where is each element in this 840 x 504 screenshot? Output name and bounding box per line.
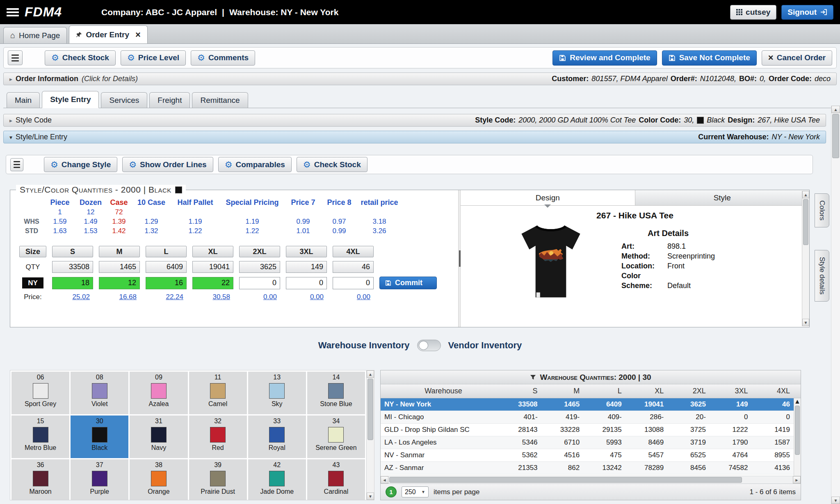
column-header-size[interactable]: M (548, 387, 591, 395)
tab-home-page[interactable]: ⌂ Home Page (3, 27, 67, 43)
column-header-warehouse[interactable]: Warehouse (381, 387, 506, 395)
comparables-button[interactable]: ⚙ Comparables (218, 157, 292, 172)
color-cell[interactable]: 32 Red (189, 415, 247, 458)
warehouse-row[interactable]: AZ - Sanmar 21353 862 13242 78289 8456 7… (381, 462, 801, 474)
color-cell[interactable]: 09 Azalea (130, 372, 187, 414)
warehouse-row-selected[interactable]: NY - New York 33508 1465 6409 19041 3625… (381, 398, 801, 411)
price-link[interactable]: 0.00 (333, 293, 374, 301)
scroll-thumb[interactable] (803, 199, 808, 245)
scroll-up-button[interactable]: ▲ (794, 398, 801, 405)
color-cell[interactable]: 08 Violet (71, 372, 128, 414)
price-link[interactable]: 30.58 (192, 293, 233, 301)
color-cell[interactable]: 15 Metro Blue (11, 415, 69, 458)
tab-order-entry[interactable]: Order Entry × (69, 25, 147, 43)
price-link[interactable]: 0.00 (239, 293, 280, 301)
show-order-lines-button[interactable]: ⚙ Show Order Lines (122, 157, 213, 172)
order-qty-input[interactable] (333, 277, 374, 289)
color-cell[interactable]: 06 Sport Grey (11, 372, 69, 414)
tab-main[interactable]: Main (7, 92, 40, 108)
price-link[interactable]: 22.24 (146, 293, 187, 301)
scroll-thumb[interactable] (389, 477, 742, 483)
scroll-thumb[interactable] (368, 379, 373, 440)
price-link[interactable]: 0.00 (286, 293, 327, 301)
style-code-bar[interactable]: ▸ Style Code Style Code: 2000, 2000 GD A… (3, 114, 826, 127)
change-style-button[interactable]: ⚙ Change Style (44, 157, 117, 172)
color-cell[interactable]: 37 Purple (71, 459, 128, 500)
order-qty-input[interactable] (52, 277, 93, 289)
color-cell[interactable]: 38 Orange (130, 459, 187, 500)
comments-button[interactable]: ⚙ Comments (191, 50, 255, 66)
inventory-toggle[interactable] (417, 340, 441, 351)
scroll-thumb[interactable] (795, 406, 800, 455)
color-cell[interactable]: 36 Maroon (11, 459, 69, 500)
tab-style-details-vertical[interactable]: Style details (815, 250, 829, 302)
design-style-tabs: Design Style (461, 190, 809, 206)
check-stock-button[interactable]: ⚙ Check Stock (45, 50, 116, 66)
close-tab-icon[interactable]: × (135, 30, 141, 40)
color-cell[interactable]: 31 Navy (130, 415, 187, 458)
tab-style-entry[interactable]: Style Entry (42, 91, 99, 108)
color-cell[interactable]: 14 Stone Blue (307, 372, 365, 414)
review-and-complete-label: Review and Complete (570, 53, 650, 62)
color-cell[interactable]: 39 Prairie Dust (189, 459, 247, 500)
user-button[interactable]: cutsey (730, 5, 776, 20)
column-header-size[interactable]: S (506, 387, 548, 395)
filter-icon[interactable] (530, 374, 536, 380)
scroll-down-button[interactable]: ▼ (367, 493, 374, 500)
order-qty-input[interactable] (239, 277, 280, 289)
warehouse-row[interactable]: GLD - Drop Ship Gildan SC 28143 33228 29… (381, 424, 801, 436)
scroll-up-button[interactable]: ▲ (367, 370, 374, 378)
commit-button[interactable]: Commit (379, 277, 437, 289)
price-link[interactable]: 16.68 (99, 293, 140, 301)
page-number-button[interactable]: 1 (386, 486, 397, 497)
toolbar-menu-button[interactable] (8, 50, 23, 65)
column-header-size[interactable]: 2XL (674, 387, 717, 395)
order-information-bar[interactable]: ▸ Order Information (Click for Details) … (3, 73, 837, 85)
column-header-size[interactable]: XL (632, 387, 675, 395)
scroll-left-button[interactable]: ◄ (381, 476, 388, 484)
column-header-size[interactable]: 3XL (717, 387, 759, 395)
line-check-stock-button[interactable]: ⚙ Check Stock (297, 157, 368, 172)
menu-icon[interactable] (7, 8, 19, 16)
column-header-size[interactable]: L (590, 387, 632, 395)
scroll-thumb[interactable] (832, 114, 839, 158)
color-cell[interactable]: 43 Cardinal (307, 459, 365, 500)
scroll-up-button[interactable]: ▲ (802, 191, 809, 198)
scroll-down-button[interactable]: ▼ (831, 497, 840, 504)
color-cell[interactable]: 34 Serene Green (307, 415, 365, 458)
color-cell[interactable]: 11 Camel (189, 372, 247, 414)
color-cell[interactable]: 42 Jade Dome (248, 459, 306, 500)
tab-remittance[interactable]: Remittance (192, 92, 248, 108)
order-section-tabs: Main Style Entry Services Freight Remitt… (3, 89, 837, 108)
color-cell[interactable]: 33 Royal (248, 415, 306, 458)
toggle-knob[interactable] (419, 341, 428, 350)
tab-services[interactable]: Services (101, 92, 147, 108)
tab-colors-vertical[interactable]: Colors (815, 193, 829, 227)
color-cell[interactable]: 13 Sky (248, 372, 306, 414)
line-menu-button[interactable] (10, 158, 23, 171)
order-qty-input[interactable] (99, 277, 140, 289)
tab-freight[interactable]: Freight (149, 92, 190, 108)
review-and-complete-button[interactable]: Review and Complete (552, 50, 657, 66)
size-header: XL (192, 246, 233, 257)
scroll-right-button[interactable]: ► (793, 476, 801, 484)
cancel-order-button[interactable]: × Cancel Order (762, 50, 832, 66)
scroll-up-button[interactable]: ▲ (831, 106, 840, 113)
style-line-entry-bar[interactable]: ▾ Style/Line Entry Current Warehouse: NY… (3, 131, 826, 143)
color-cell-selected[interactable]: 30 Black (71, 415, 128, 458)
order-qty-input[interactable] (146, 277, 187, 289)
signout-button[interactable]: Signout (781, 5, 833, 20)
warehouse-row[interactable]: NV - Sanmar 5362 4516 475 5457 6525 4764… (381, 449, 801, 462)
column-header-size[interactable]: 4XL (758, 387, 801, 395)
tab-style[interactable]: Style (635, 190, 810, 205)
scroll-down-button[interactable]: ▼ (802, 319, 809, 326)
save-not-complete-button[interactable]: Save Not Complete (662, 50, 757, 66)
tab-design[interactable]: Design (461, 190, 635, 205)
page-size-select[interactable]: 250 ▼ (402, 486, 429, 497)
order-qty-input[interactable] (192, 277, 233, 289)
price-link[interactable]: 25.02 (52, 293, 93, 301)
price-level-button[interactable]: ⚙ Price Level (121, 50, 186, 66)
order-qty-input[interactable] (286, 277, 327, 289)
warehouse-row[interactable]: LA - Los Angeles 5346 6710 5993 8469 371… (381, 436, 801, 449)
warehouse-row[interactable]: MI - Chicago 401- 419- 409- 286- 20- 0 0 (381, 411, 801, 424)
